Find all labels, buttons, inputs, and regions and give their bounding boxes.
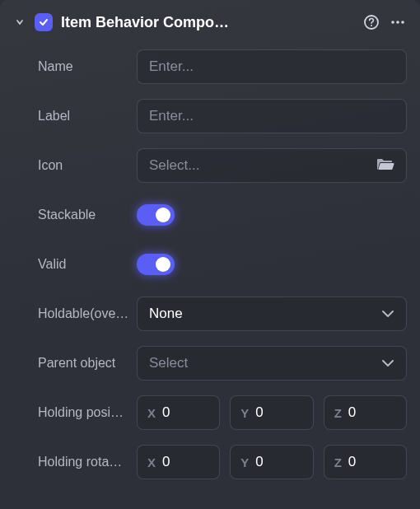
holdable-value: None: [149, 306, 375, 322]
svg-point-1: [371, 25, 372, 26]
panel-header: Item Behavior Compo…: [13, 13, 407, 31]
holding-rotation-y-input[interactable]: Y 0: [230, 445, 313, 479]
collapse-chevron-icon[interactable]: [13, 16, 26, 29]
holding-position-z-input[interactable]: Z 0: [324, 395, 407, 430]
label-label: Label: [38, 109, 137, 124]
holding-position-label: Holding posi…: [38, 405, 137, 420]
holding-position-y-value: 0: [255, 404, 263, 421]
axis-z-label: Z: [334, 455, 342, 469]
holding-position-x-input[interactable]: X 0: [137, 395, 220, 430]
holding-position-z-value: 0: [348, 404, 356, 421]
svg-point-3: [396, 21, 399, 24]
holding-rotation-x-input[interactable]: X 0: [137, 445, 220, 479]
holding-position-y-input[interactable]: Y 0: [230, 395, 313, 430]
axis-z-label: Z: [334, 406, 342, 420]
holdable-label: Holdable(ove…: [38, 306, 137, 321]
stackable-label: Stackable: [38, 208, 137, 222]
icon-label: Icon: [38, 158, 137, 173]
valid-label: Valid: [38, 257, 137, 272]
component-panel: Item Behavior Compo… Name Enter... Label…: [0, 0, 420, 509]
panel-title: Item Behavior Compo…: [61, 14, 354, 31]
icon-picker[interactable]: Select...: [137, 148, 407, 183]
chevron-down-icon: [375, 306, 394, 322]
axis-y-label: Y: [240, 406, 249, 420]
svg-point-4: [401, 21, 404, 24]
icon-picker-value: Select...: [149, 157, 370, 174]
name-label: Name: [38, 59, 137, 74]
more-options-icon[interactable]: [389, 13, 407, 31]
parent-value: Select: [149, 355, 375, 371]
holding-position-x-value: 0: [162, 404, 170, 421]
axis-y-label: Y: [240, 455, 249, 469]
holdable-select[interactable]: None: [137, 297, 407, 331]
valid-toggle[interactable]: [137, 254, 175, 275]
holding-rotation-x-value: 0: [162, 454, 170, 470]
label-input[interactable]: Enter...: [137, 99, 407, 133]
axis-x-label: X: [147, 455, 156, 469]
holding-rotation-z-value: 0: [348, 454, 356, 470]
holding-rotation-label: Holding rota…: [38, 455, 137, 469]
parent-select[interactable]: Select: [137, 346, 407, 381]
folder-open-icon: [370, 156, 394, 175]
help-icon[interactable]: [362, 13, 380, 31]
name-input[interactable]: Enter...: [137, 49, 407, 84]
enable-checkbox[interactable]: [35, 13, 53, 31]
chevron-down-icon: [375, 355, 394, 371]
parent-label: Parent object: [38, 356, 137, 371]
holding-rotation-y-value: 0: [255, 454, 263, 470]
axis-x-label: X: [147, 406, 156, 420]
svg-point-2: [391, 21, 394, 24]
stackable-toggle[interactable]: [137, 204, 175, 226]
holding-rotation-z-input[interactable]: Z 0: [324, 445, 407, 479]
